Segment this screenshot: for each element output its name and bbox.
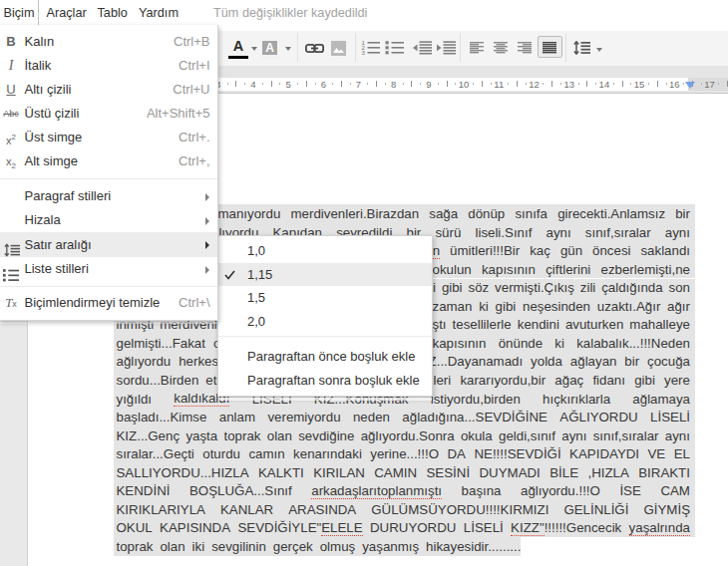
svg-text:3: 3 — [362, 49, 366, 55]
